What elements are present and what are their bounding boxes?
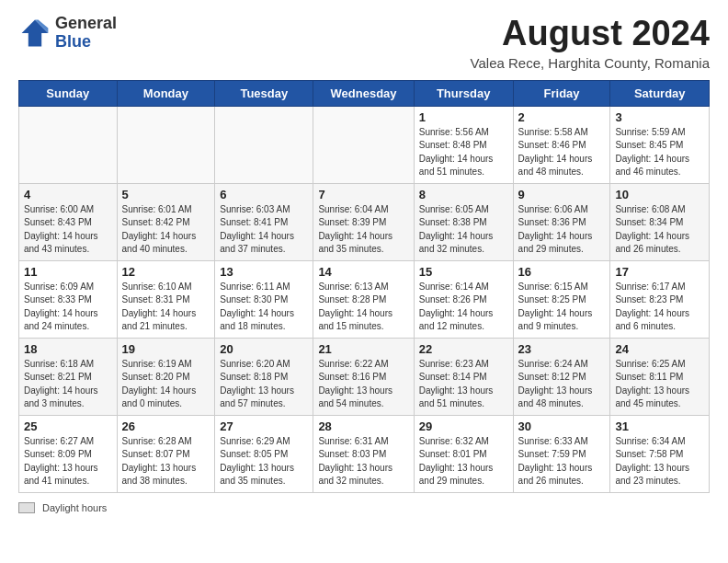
day-info: Sunrise: 6:14 AMSunset: 8:26 PMDaylight:… <box>419 281 508 334</box>
calendar-day: 17Sunrise: 6:17 AMSunset: 8:23 PMDayligh… <box>610 260 710 338</box>
day-info: Sunrise: 6:15 AMSunset: 8:25 PMDaylight:… <box>518 281 606 334</box>
day-number: 7 <box>318 188 408 201</box>
day-number: 24 <box>615 342 704 356</box>
day-info: Sunrise: 6:03 AMSunset: 8:41 PMDaylight:… <box>220 203 308 257</box>
day-number: 9 <box>518 188 606 201</box>
day-info: Sunrise: 6:11 AMSunset: 8:30 PMDaylight:… <box>220 281 308 334</box>
day-number: 1 <box>419 110 508 124</box>
logo: General Blue <box>18 15 117 52</box>
calendar-day: 5Sunrise: 6:01 AMSunset: 8:42 PMDaylight… <box>117 183 215 260</box>
calendar-week-4: 18Sunrise: 6:18 AMSunset: 8:21 PMDayligh… <box>19 338 710 415</box>
calendar-day: 6Sunrise: 6:03 AMSunset: 8:41 PMDaylight… <box>215 183 313 260</box>
calendar-day: 3Sunrise: 5:59 AMSunset: 8:45 PMDaylight… <box>610 106 710 183</box>
calendar-day <box>215 106 313 183</box>
calendar-day: 15Sunrise: 6:14 AMSunset: 8:26 PMDayligh… <box>414 260 513 338</box>
calendar-week-2: 4Sunrise: 6:00 AMSunset: 8:43 PMDaylight… <box>19 183 710 260</box>
day-info: Sunrise: 6:25 AMSunset: 8:11 PMDaylight:… <box>615 358 704 411</box>
day-number: 15 <box>419 265 508 279</box>
day-info: Sunrise: 6:09 AMSunset: 8:33 PMDaylight:… <box>24 281 112 334</box>
page: General Blue August 2024 Valea Rece, Har… <box>0 0 728 532</box>
day-info: Sunrise: 6:22 AMSunset: 8:16 PMDaylight:… <box>318 358 408 411</box>
day-number: 29 <box>419 419 508 433</box>
calendar-day: 12Sunrise: 6:10 AMSunset: 8:31 PMDayligh… <box>117 260 215 338</box>
day-info: Sunrise: 6:32 AMSunset: 8:01 PMDaylight:… <box>419 435 508 488</box>
logo-blue: Blue <box>55 33 117 52</box>
calendar-day: 2Sunrise: 5:58 AMSunset: 8:46 PMDaylight… <box>513 106 610 183</box>
day-number: 28 <box>318 419 408 433</box>
calendar-day: 14Sunrise: 6:13 AMSunset: 8:28 PMDayligh… <box>313 260 414 338</box>
day-info: Sunrise: 6:17 AMSunset: 8:23 PMDaylight:… <box>615 281 704 334</box>
day-info: Sunrise: 6:20 AMSunset: 8:18 PMDaylight:… <box>220 358 308 411</box>
day-number: 10 <box>615 188 704 201</box>
calendar-day: 27Sunrise: 6:29 AMSunset: 8:05 PMDayligh… <box>215 415 313 492</box>
calendar-header-row: SundayMondayTuesdayWednesdayThursdayFrid… <box>19 80 710 106</box>
day-number: 22 <box>419 342 508 356</box>
calendar-day: 8Sunrise: 6:05 AMSunset: 8:38 PMDaylight… <box>414 183 513 260</box>
day-number: 8 <box>419 188 508 201</box>
day-number: 17 <box>615 265 704 279</box>
calendar-day: 4Sunrise: 6:00 AMSunset: 8:43 PMDaylight… <box>19 183 118 260</box>
day-number: 14 <box>318 265 408 279</box>
day-info: Sunrise: 6:23 AMSunset: 8:14 PMDaylight:… <box>419 358 508 411</box>
day-header-friday: Friday <box>513 80 610 106</box>
day-info: Sunrise: 5:58 AMSunset: 8:46 PMDaylight:… <box>518 126 606 179</box>
logo-text: General Blue <box>55 15 117 52</box>
calendar-day: 23Sunrise: 6:24 AMSunset: 8:12 PMDayligh… <box>513 338 610 415</box>
day-info: Sunrise: 6:04 AMSunset: 8:39 PMDaylight:… <box>318 203 408 257</box>
day-info: Sunrise: 6:34 AMSunset: 7:58 PMDaylight:… <box>615 435 704 488</box>
day-number: 13 <box>220 265 308 279</box>
header: General Blue August 2024 Valea Rece, Har… <box>18 15 710 71</box>
day-info: Sunrise: 6:29 AMSunset: 8:05 PMDaylight:… <box>220 435 308 488</box>
calendar-day: 21Sunrise: 6:22 AMSunset: 8:16 PMDayligh… <box>313 338 414 415</box>
calendar-day: 10Sunrise: 6:08 AMSunset: 8:34 PMDayligh… <box>610 183 710 260</box>
footer-label: Daylight hours <box>42 502 107 513</box>
day-number: 23 <box>518 342 606 356</box>
day-info: Sunrise: 6:27 AMSunset: 8:09 PMDaylight:… <box>24 435 112 488</box>
day-header-thursday: Thursday <box>414 80 513 106</box>
calendar-day: 24Sunrise: 6:25 AMSunset: 8:11 PMDayligh… <box>610 338 710 415</box>
subtitle: Valea Rece, Harghita County, Romania <box>471 55 710 71</box>
calendar-day: 22Sunrise: 6:23 AMSunset: 8:14 PMDayligh… <box>414 338 513 415</box>
day-number: 20 <box>220 342 308 356</box>
day-number: 26 <box>122 419 210 433</box>
calendar-day: 16Sunrise: 6:15 AMSunset: 8:25 PMDayligh… <box>513 260 610 338</box>
calendar-day <box>19 106 118 183</box>
day-header-sunday: Sunday <box>19 80 118 106</box>
day-info: Sunrise: 6:01 AMSunset: 8:42 PMDaylight:… <box>122 203 210 257</box>
day-info: Sunrise: 6:00 AMSunset: 8:43 PMDaylight:… <box>24 203 112 257</box>
calendar-week-1: 1Sunrise: 5:56 AMSunset: 8:48 PMDaylight… <box>19 106 710 183</box>
logo-icon <box>18 17 51 50</box>
calendar-day: 30Sunrise: 6:33 AMSunset: 7:59 PMDayligh… <box>513 415 610 492</box>
day-number: 30 <box>518 419 606 433</box>
day-info: Sunrise: 6:24 AMSunset: 8:12 PMDaylight:… <box>518 358 606 411</box>
day-number: 11 <box>24 265 112 279</box>
day-info: Sunrise: 6:19 AMSunset: 8:20 PMDaylight:… <box>122 358 210 411</box>
calendar-day: 11Sunrise: 6:09 AMSunset: 8:33 PMDayligh… <box>19 260 118 338</box>
day-info: Sunrise: 6:05 AMSunset: 8:38 PMDaylight:… <box>419 203 508 257</box>
calendar-day: 18Sunrise: 6:18 AMSunset: 8:21 PMDayligh… <box>19 338 118 415</box>
day-number: 21 <box>318 342 408 356</box>
calendar-day: 31Sunrise: 6:34 AMSunset: 7:58 PMDayligh… <box>610 415 710 492</box>
day-info: Sunrise: 6:10 AMSunset: 8:31 PMDaylight:… <box>122 281 210 334</box>
day-info: Sunrise: 6:13 AMSunset: 8:28 PMDaylight:… <box>318 281 408 334</box>
logo-general: General <box>55 15 117 33</box>
day-info: Sunrise: 6:18 AMSunset: 8:21 PMDaylight:… <box>24 358 112 411</box>
day-number: 27 <box>220 419 308 433</box>
day-info: Sunrise: 6:08 AMSunset: 8:34 PMDaylight:… <box>615 203 704 257</box>
day-number: 4 <box>24 188 112 201</box>
day-info: Sunrise: 6:33 AMSunset: 7:59 PMDaylight:… <box>518 435 606 488</box>
calendar-day: 25Sunrise: 6:27 AMSunset: 8:09 PMDayligh… <box>19 415 118 492</box>
day-number: 2 <box>518 110 606 124</box>
day-number: 6 <box>220 188 308 201</box>
day-info: Sunrise: 5:56 AMSunset: 8:48 PMDaylight:… <box>419 126 508 179</box>
calendar-day: 26Sunrise: 6:28 AMSunset: 8:07 PMDayligh… <box>117 415 215 492</box>
calendar-day: 29Sunrise: 6:32 AMSunset: 8:01 PMDayligh… <box>414 415 513 492</box>
title-block: August 2024 Valea Rece, Harghita County,… <box>471 15 710 71</box>
day-number: 12 <box>122 265 210 279</box>
footer: Daylight hours <box>18 502 710 513</box>
calendar-day: 28Sunrise: 6:31 AMSunset: 8:03 PMDayligh… <box>313 415 414 492</box>
calendar-day: 1Sunrise: 5:56 AMSunset: 8:48 PMDaylight… <box>414 106 513 183</box>
daylight-icon <box>18 502 35 513</box>
calendar-day <box>313 106 414 183</box>
day-info: Sunrise: 6:31 AMSunset: 8:03 PMDaylight:… <box>318 435 408 488</box>
